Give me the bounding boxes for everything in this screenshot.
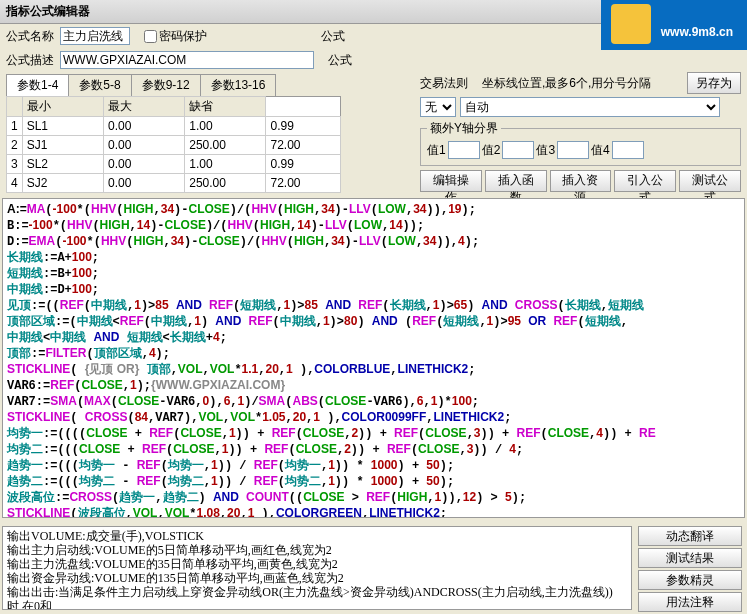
side-button[interactable]: 参数精灵 (638, 570, 742, 590)
side-buttons: 动态翻译测试结果参数精灵用法注释 (638, 526, 742, 612)
param-name[interactable] (27, 118, 99, 134)
watermark: www.9m8.cn (601, 0, 747, 50)
password-checkbox[interactable] (144, 30, 157, 43)
tab-params[interactable]: 参数13-16 (200, 74, 277, 96)
param-def[interactable] (270, 156, 336, 172)
param-row: 4 (7, 174, 341, 193)
param-row: 1 (7, 117, 341, 136)
coord-label: 坐标线位置,最多6个,用分号分隔 (482, 75, 651, 92)
param-name[interactable] (27, 156, 99, 172)
toolbar-button[interactable]: 测试公式 (679, 170, 741, 192)
name-label: 公式名称 (6, 28, 54, 45)
extra-y-fieldset: 额外Y轴分界 值1值2值3值4 (420, 120, 741, 166)
tab-params[interactable]: 参数9-12 (131, 74, 201, 96)
tab-params[interactable]: 参数1-4 (6, 74, 69, 96)
formula-label-1: 公式 (321, 28, 345, 45)
output-panel[interactable]: 输出VOLUME:成交量(手),VOLSTICK输出主力启动线:VOLUME的5… (2, 526, 632, 610)
val-input[interactable] (448, 141, 480, 159)
select-auto[interactable]: 自动 (460, 97, 720, 117)
param-name[interactable] (27, 137, 99, 153)
param-header (7, 97, 23, 117)
param-max[interactable] (189, 175, 261, 191)
val-label: 值4 (591, 142, 610, 159)
formula-label-2: 公式 (328, 52, 352, 69)
code-editor[interactable]: A:=MA(-100*(HHV(HIGH,34)-CLOSE)/(HHV(HIG… (2, 198, 745, 518)
param-max[interactable] (189, 118, 261, 134)
val-label: 值2 (482, 142, 501, 159)
param-table: 最小最大缺省 1234 (6, 96, 341, 193)
param-header: 最大 (103, 97, 184, 117)
name-input[interactable] (60, 27, 130, 45)
val-input[interactable] (502, 141, 534, 159)
toolbar-button[interactable]: 插入函数 (485, 170, 547, 192)
desc-input[interactable] (60, 51, 314, 69)
param-def[interactable] (270, 175, 336, 191)
param-min[interactable] (108, 175, 180, 191)
formula-desc-row: 公式描述 公式 (0, 48, 747, 72)
val-label: 值3 (536, 142, 555, 159)
side-button[interactable]: 测试结果 (638, 548, 742, 568)
param-name[interactable] (27, 175, 99, 191)
param-header: 最小 (22, 97, 103, 117)
side-button[interactable]: 动态翻译 (638, 526, 742, 546)
param-max[interactable] (189, 156, 261, 172)
param-def[interactable] (270, 137, 336, 153)
toolbar-button[interactable]: 插入资源 (550, 170, 612, 192)
param-max[interactable] (189, 137, 261, 153)
password-label: 密码保护 (159, 28, 207, 45)
saveas-button[interactable]: 另存为 (687, 72, 741, 94)
side-button[interactable]: 用法注释 (638, 592, 742, 612)
val-label: 值1 (427, 142, 446, 159)
param-min[interactable] (108, 118, 180, 134)
right-panel: 交易法则 坐标线位置,最多6个,用分号分隔 另存为 无 自动 额外Y轴分界 值1… (420, 72, 741, 192)
param-row: 2 (7, 136, 341, 155)
toolbar-button[interactable]: 引入公式 (614, 170, 676, 192)
val-input[interactable] (557, 141, 589, 159)
desc-label: 公式描述 (6, 52, 54, 69)
trade-rule-label: 交易法则 (420, 75, 468, 92)
val-input[interactable] (612, 141, 644, 159)
extra-y-legend: 额外Y轴分界 (427, 120, 501, 137)
param-min[interactable] (108, 156, 180, 172)
param-def[interactable] (270, 118, 336, 134)
param-min[interactable] (108, 137, 180, 153)
param-row: 3 (7, 155, 341, 174)
tab-params[interactable]: 参数5-8 (68, 74, 131, 96)
toolbar-button[interactable]: 编辑操作 (420, 170, 482, 192)
param-header: 缺省 (185, 97, 266, 117)
select-none[interactable]: 无 (420, 97, 456, 117)
logo-icon (611, 4, 651, 44)
